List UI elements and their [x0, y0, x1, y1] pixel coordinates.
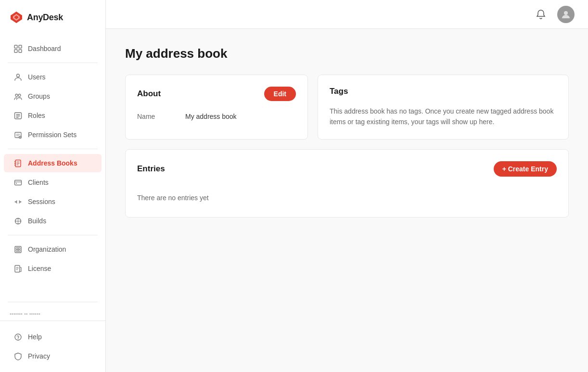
- help-icon: [13, 333, 22, 341]
- sidebar-item-label-groups: Groups: [28, 92, 50, 100]
- version-text: ••••••• •• ••••••: [0, 307, 105, 321]
- top-cards-row: About Edit Name My address book Tags Thi…: [125, 75, 569, 140]
- dashboard-icon: [13, 44, 22, 53]
- sidebar-item-label-clients: Clients: [28, 179, 49, 186]
- sidebar-item-builds[interactable]: Builds: [4, 212, 102, 230]
- page-title: My address book: [125, 46, 569, 61]
- about-card: About Edit Name My address book: [125, 75, 308, 140]
- organization-icon: [13, 245, 22, 254]
- sidebar-item-address-books[interactable]: Address Books: [4, 154, 102, 172]
- entries-empty-message: There are no entries yet: [137, 186, 557, 205]
- sidebar-nav: Dashboard Users: [0, 34, 105, 297]
- builds-icon: [13, 217, 22, 225]
- name-label: Name: [137, 113, 166, 120]
- svg-rect-3: [14, 45, 17, 48]
- privacy-icon: [13, 352, 22, 360]
- sessions-icon: [13, 197, 22, 206]
- sidebar-item-roles[interactable]: Roles: [4, 106, 102, 125]
- sidebar-item-license[interactable]: License: [4, 259, 102, 278]
- groups-icon: [13, 92, 22, 101]
- entries-card: Entries + Create Entry There are no entr…: [125, 149, 569, 218]
- users-icon: [13, 73, 22, 81]
- user-avatar-button[interactable]: [557, 6, 575, 23]
- notification-bell-button[interactable]: [532, 6, 550, 23]
- tags-card-title: Tags: [330, 87, 348, 96]
- roles-icon: [13, 111, 22, 120]
- sidebar-item-label-permission-sets: Permission Sets: [28, 131, 77, 139]
- sidebar-item-label-sessions: Sessions: [28, 198, 55, 205]
- nav-divider-2: [8, 149, 98, 149]
- anydesk-logo-icon: [10, 11, 23, 24]
- sidebar-item-privacy[interactable]: Privacy: [4, 347, 102, 365]
- sidebar-item-organization[interactable]: Organization: [4, 240, 102, 258]
- permission-sets-icon: [13, 130, 22, 139]
- tags-card: Tags This address book has no tags. Once…: [318, 75, 569, 140]
- tags-card-header: Tags: [330, 87, 557, 96]
- svg-rect-27: [14, 180, 21, 185]
- svg-point-7: [16, 74, 19, 77]
- nav-divider-3: [8, 235, 98, 235]
- about-name-row: Name My address book: [137, 111, 296, 120]
- sidebar-footer: Help Privacy: [0, 321, 105, 372]
- name-value: My address book: [185, 113, 237, 120]
- clients-icon: [13, 178, 22, 187]
- sidebar-item-label-address-books: Address Books: [28, 159, 77, 167]
- svg-rect-5: [14, 50, 17, 52]
- tags-description: This address book has no tags. Once you …: [330, 106, 557, 128]
- svg-rect-41: [16, 250, 18, 252]
- logo-text: AnyDesk: [27, 13, 63, 23]
- about-card-title: About: [137, 89, 161, 99]
- svg-rect-38: [15, 246, 21, 253]
- sidebar-item-label-roles: Roles: [28, 112, 45, 119]
- sidebar-item-label-privacy: Privacy: [28, 352, 50, 360]
- sidebar-item-permission-sets[interactable]: Permission Sets: [4, 126, 102, 144]
- sidebar: AnyDesk Dashboard U: [0, 0, 106, 372]
- nav-divider-1: [8, 63, 98, 63]
- svg-point-48: [17, 338, 18, 339]
- license-icon: [13, 264, 22, 273]
- create-entry-button[interactable]: + Create Entry: [494, 161, 557, 177]
- svg-point-49: [564, 11, 568, 15]
- header: [106, 0, 588, 29]
- svg-point-29: [16, 183, 17, 184]
- sidebar-item-label-help: Help: [28, 333, 42, 341]
- sidebar-item-label-license: License: [28, 265, 51, 272]
- sidebar-item-label-builds: Builds: [28, 217, 46, 225]
- svg-rect-40: [18, 247, 20, 249]
- sidebar-item-dashboard[interactable]: Dashboard: [4, 39, 102, 58]
- logo[interactable]: AnyDesk: [0, 0, 105, 34]
- main-area: My address book About Edit Name My addre…: [106, 0, 588, 372]
- edit-button[interactable]: Edit: [264, 87, 296, 101]
- svg-point-33: [17, 220, 19, 222]
- content-area: My address book About Edit Name My addre…: [106, 29, 588, 372]
- svg-rect-6: [19, 50, 22, 52]
- sidebar-item-label-users: Users: [28, 73, 46, 81]
- sidebar-item-sessions[interactable]: Sessions: [4, 192, 102, 211]
- about-card-header: About Edit: [137, 87, 296, 101]
- svg-rect-39: [16, 247, 18, 249]
- svg-point-9: [18, 94, 21, 96]
- sidebar-item-groups[interactable]: Groups: [4, 87, 102, 105]
- sidebar-item-label-organization: Organization: [28, 245, 66, 253]
- sidebar-item-label-dashboard: Dashboard: [28, 45, 61, 52]
- sidebar-item-users[interactable]: Users: [4, 68, 102, 86]
- svg-point-8: [15, 94, 18, 96]
- entries-card-title: Entries: [137, 164, 165, 174]
- address-books-icon: [13, 159, 22, 167]
- entries-card-header: Entries + Create Entry: [137, 161, 557, 177]
- sidebar-item-clients[interactable]: Clients: [4, 173, 102, 192]
- svg-rect-4: [19, 45, 22, 48]
- svg-rect-42: [18, 250, 20, 252]
- sidebar-item-help[interactable]: Help: [4, 328, 102, 346]
- nav-divider-bottom: [8, 302, 98, 302]
